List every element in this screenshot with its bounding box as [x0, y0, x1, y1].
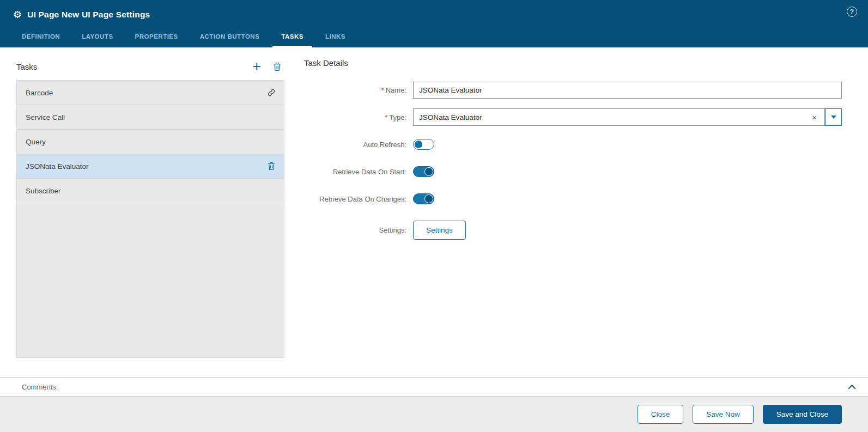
retrieve-data-on-start-toggle[interactable]	[413, 166, 434, 177]
task-row-label: Subscriber	[26, 187, 61, 195]
task-row-label: Query	[26, 138, 46, 146]
task-row-service-call[interactable]: Service Call	[17, 105, 284, 130]
dropdown-arrow-button[interactable]	[825, 108, 842, 126]
type-label: *Type:	[304, 113, 413, 121]
settings-label: Settings:	[304, 226, 413, 234]
tab-action-buttons[interactable]: ACTION BUTTONS	[191, 29, 269, 47]
link-icon[interactable]	[268, 89, 275, 96]
settings-row: Settings: Settings	[304, 221, 842, 240]
add-task-button[interactable]: +	[252, 60, 261, 72]
task-list: Barcode Service Call Query JSONata Evalu…	[16, 80, 284, 358]
toggle-knob	[425, 195, 433, 203]
delete-row-button[interactable]	[268, 162, 275, 171]
tasks-panel-title: Tasks	[16, 62, 252, 71]
type-select: JSONata Evaluator ×	[413, 108, 842, 126]
toggle-knob	[425, 168, 433, 175]
retrieve-changes-label: Retrieve Data On Changes:	[304, 195, 413, 203]
task-row-label: JSONata Evaluator	[26, 162, 89, 171]
save-and-close-button[interactable]: Save and Close	[763, 405, 842, 424]
required-asterisk: *	[381, 86, 384, 94]
retrieve-changes-row: Retrieve Data On Changes:	[304, 190, 842, 208]
task-row-barcode[interactable]: Barcode	[17, 81, 284, 105]
clear-icon[interactable]: ×	[809, 113, 820, 122]
retrieve-start-label: Retrieve Data On Start:	[304, 168, 413, 176]
help-icon[interactable]: ?	[847, 7, 857, 17]
header: ⚙ UI Page New UI Page Settings ? DEFINIT…	[0, 0, 868, 47]
name-input[interactable]	[413, 82, 842, 99]
task-row-query[interactable]: Query	[17, 130, 284, 154]
task-row-subscriber[interactable]: Subscriber	[17, 179, 284, 203]
chevron-down-icon	[831, 115, 836, 119]
comments-bar: Comments:	[0, 377, 868, 396]
collapse-chevron-up-icon[interactable]	[848, 384, 856, 390]
tab-definition[interactable]: DEFINITION	[13, 29, 69, 47]
auto-refresh-label: Auto Refresh:	[304, 141, 413, 149]
comments-label: Comments:	[22, 383, 58, 391]
tab-tasks[interactable]: TASKS	[272, 29, 312, 47]
task-row-jsonata-evaluator[interactable]: JSONata Evaluator	[17, 154, 284, 179]
save-now-button[interactable]: Save Now	[693, 405, 754, 424]
task-details-panel: Task Details *Name: *Type: JSONata Evalu…	[304, 58, 842, 377]
auto-refresh-toggle[interactable]	[413, 139, 434, 150]
auto-refresh-row: Auto Refresh:	[304, 136, 842, 153]
task-row-label: Barcode	[26, 89, 53, 97]
page-title: UI Page New UI Page Settings	[27, 10, 150, 20]
task-details-title: Task Details	[304, 58, 842, 75]
trash-icon	[268, 162, 275, 171]
task-row-label: Service Call	[26, 113, 65, 121]
tab-bar: DEFINITION LAYOUTS PROPERTIES ACTION BUT…	[0, 23, 868, 47]
close-button[interactable]: Close	[638, 405, 684, 424]
footer: Close Save Now Save and Close	[0, 396, 868, 432]
type-row: *Type: JSONata Evaluator ×	[304, 108, 842, 126]
tasks-panel: Tasks + Barcode Service Call	[16, 58, 284, 377]
delete-task-button[interactable]	[273, 62, 281, 71]
name-label-text: Name:	[386, 86, 406, 94]
tasks-panel-header: Tasks +	[16, 58, 284, 75]
toggle-knob	[415, 141, 422, 148]
header-title-row: ⚙ UI Page New UI Page Settings ?	[0, 0, 868, 23]
retrieve-start-row: Retrieve Data On Start:	[304, 163, 842, 180]
retrieve-data-on-changes-toggle[interactable]	[413, 193, 434, 204]
trash-icon	[273, 62, 281, 71]
required-asterisk: *	[385, 113, 387, 121]
name-row: *Name:	[304, 81, 842, 99]
type-select-value: JSONata Evaluator	[419, 113, 809, 121]
gear-icon[interactable]: ⚙	[13, 10, 22, 20]
tab-layouts[interactable]: LAYOUTS	[73, 29, 122, 47]
name-label: *Name:	[304, 86, 413, 94]
settings-button[interactable]: Settings	[413, 221, 466, 240]
type-select-box[interactable]: JSONata Evaluator ×	[413, 108, 825, 126]
tab-links[interactable]: LINKS	[317, 29, 354, 47]
type-label-text: Type:	[389, 113, 406, 121]
main-content: Tasks + Barcode Service Call	[0, 47, 868, 377]
tab-properties[interactable]: PROPERTIES	[126, 29, 187, 47]
